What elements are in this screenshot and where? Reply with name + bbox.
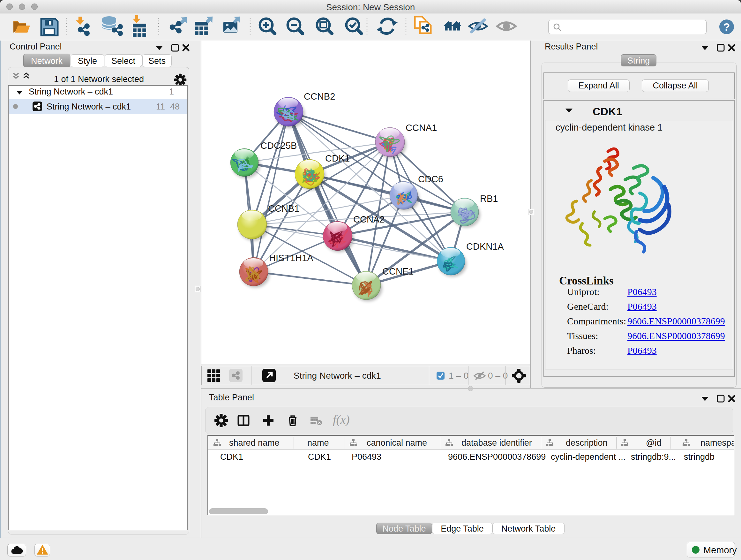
svg-text:CCNE1: CCNE1	[382, 266, 414, 276]
svg-text:CDK1: CDK1	[325, 153, 350, 164]
svg-text:CDKN1A: CDKN1A	[466, 241, 504, 252]
svg-text:HIST1H1A: HIST1H1A	[269, 253, 313, 263]
svg-text:CDC25B: CDC25B	[260, 140, 297, 151]
svg-text:CCNB1: CCNB1	[268, 203, 299, 213]
svg-text:RB1: RB1	[480, 193, 498, 204]
svg-text:CCNA2: CCNA2	[353, 214, 385, 225]
svg-text:?: ?	[724, 21, 730, 33]
svg-text:CDC6: CDC6	[418, 174, 443, 184]
svg-text:CCNB2: CCNB2	[304, 91, 335, 102]
svg-text:CCNA1: CCNA1	[406, 123, 437, 133]
